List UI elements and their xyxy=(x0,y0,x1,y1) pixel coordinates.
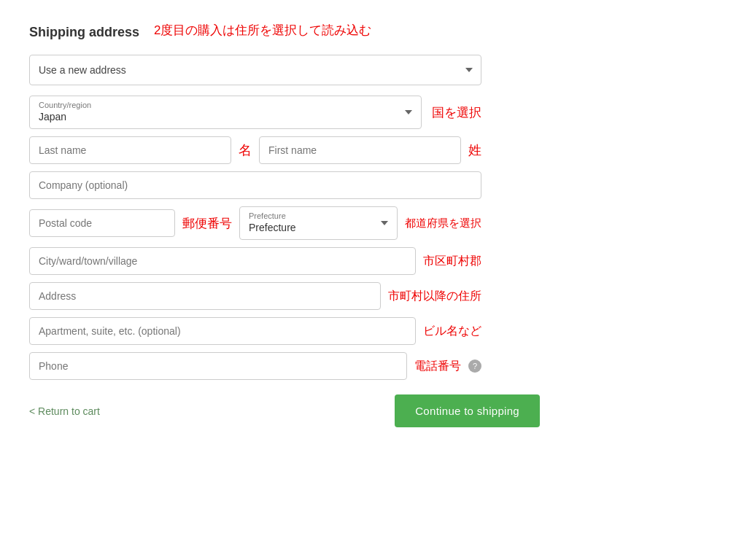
footer-row: Return to cart Continue to shipping xyxy=(29,394,540,427)
first-name-annotation: 姓 xyxy=(468,141,481,159)
header-annotation: 2度目の購入は住所を選択して読み込む xyxy=(154,22,371,39)
address-row: 市町村以降の住所 xyxy=(29,282,481,310)
last-name-input[interactable] xyxy=(29,136,231,164)
postal-prefecture-row: 郵便番号 Prefecture Prefecture 都道府県を選択 xyxy=(29,206,481,240)
phone-help-icon[interactable]: ? xyxy=(468,359,481,373)
city-input[interactable] xyxy=(29,247,416,275)
city-input-wrapper xyxy=(29,247,416,275)
header-row: Shipping address 2度目の購入は住所を選択して読み込む xyxy=(29,22,540,40)
prefecture-label: Prefecture xyxy=(249,211,374,220)
prefecture-dropdown-icon xyxy=(381,221,388,225)
shipping-form: Use a new address Country/region Japan 国… xyxy=(29,55,481,380)
name-row: 名 姓 xyxy=(29,136,481,164)
postal-annotation: 郵便番号 xyxy=(182,215,232,232)
apartment-input[interactable] xyxy=(29,317,416,345)
apartment-row: ビル名など xyxy=(29,317,481,345)
return-to-cart-link[interactable]: Return to cart xyxy=(29,405,100,417)
phone-annotation: 電話番号 xyxy=(414,359,461,374)
phone-input-wrapper xyxy=(29,352,407,380)
address-input[interactable] xyxy=(29,282,381,310)
address-input-wrapper xyxy=(29,282,381,310)
country-field: Country/region Japan xyxy=(29,96,422,129)
section-title: Shipping address xyxy=(29,22,139,40)
country-box[interactable]: Country/region Japan xyxy=(29,96,422,129)
country-value: Japan xyxy=(39,111,66,122)
apartment-annotation: ビル名など xyxy=(423,324,481,339)
postal-field xyxy=(29,209,175,237)
prefecture-field: Prefecture Prefecture xyxy=(239,206,398,240)
country-dropdown-icon xyxy=(405,110,412,114)
continue-to-shipping-button[interactable]: Continue to shipping xyxy=(395,394,540,427)
prefecture-value: Prefecture xyxy=(249,222,296,233)
first-name-group xyxy=(259,136,461,164)
country-label: Country/region xyxy=(39,101,398,109)
phone-row: 電話番号 ? xyxy=(29,352,481,380)
city-row: 市区町村郡 xyxy=(29,247,481,275)
last-name-group xyxy=(29,136,231,164)
country-row: Country/region Japan 国を選択 xyxy=(29,96,481,129)
prefecture-annotation: 都道府県を選択 xyxy=(405,217,481,230)
last-name-annotation: 名 xyxy=(239,141,252,159)
company-input[interactable] xyxy=(29,171,481,199)
country-annotation: 国を選択 xyxy=(432,104,481,121)
city-annotation: 市区町村郡 xyxy=(423,254,481,269)
address-annotation: 市町村以降の住所 xyxy=(388,289,481,304)
first-name-input[interactable] xyxy=(259,136,461,164)
address-selector-group: Use a new address xyxy=(29,55,481,85)
address-selector-select[interactable]: Use a new address xyxy=(29,55,481,85)
phone-input[interactable] xyxy=(29,352,407,380)
postal-code-input[interactable] xyxy=(29,209,175,237)
address-selector-wrapper[interactable]: Use a new address xyxy=(29,55,481,85)
apartment-input-wrapper xyxy=(29,317,416,345)
company-group xyxy=(29,171,481,199)
prefecture-box[interactable]: Prefecture Prefecture xyxy=(239,206,398,240)
